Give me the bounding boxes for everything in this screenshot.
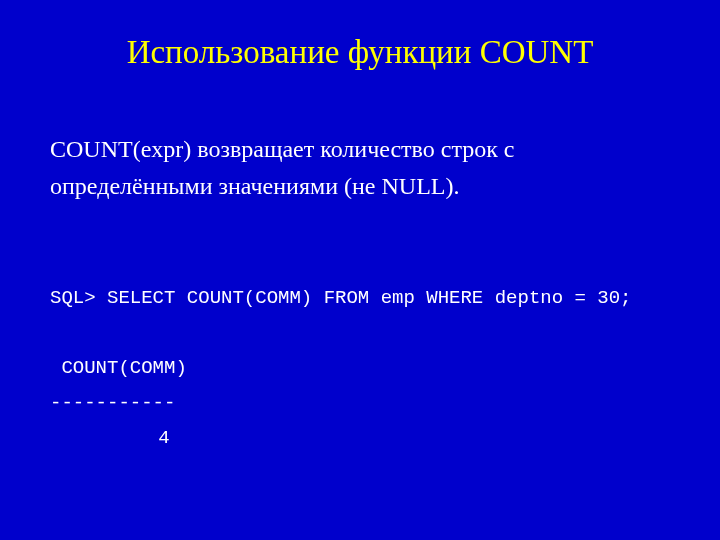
code-line-result: 4 — [50, 427, 170, 449]
code-block: SQL> SELECT COUNT(COMM) FROM emp WHERE d… — [50, 245, 670, 456]
code-line-divider: ----------- — [50, 392, 175, 414]
code-line-sql: SQL> SELECT COUNT(COMM) FROM emp WHERE d… — [50, 287, 632, 309]
slide-body-text: COUNT(expr) возвращает количество строк … — [50, 131, 670, 205]
slide: Использование функции COUNT COUNT(expr) … — [0, 0, 720, 540]
code-line-header: COUNT(COMM) — [50, 357, 187, 379]
slide-title: Использование функции COUNT — [50, 34, 670, 71]
